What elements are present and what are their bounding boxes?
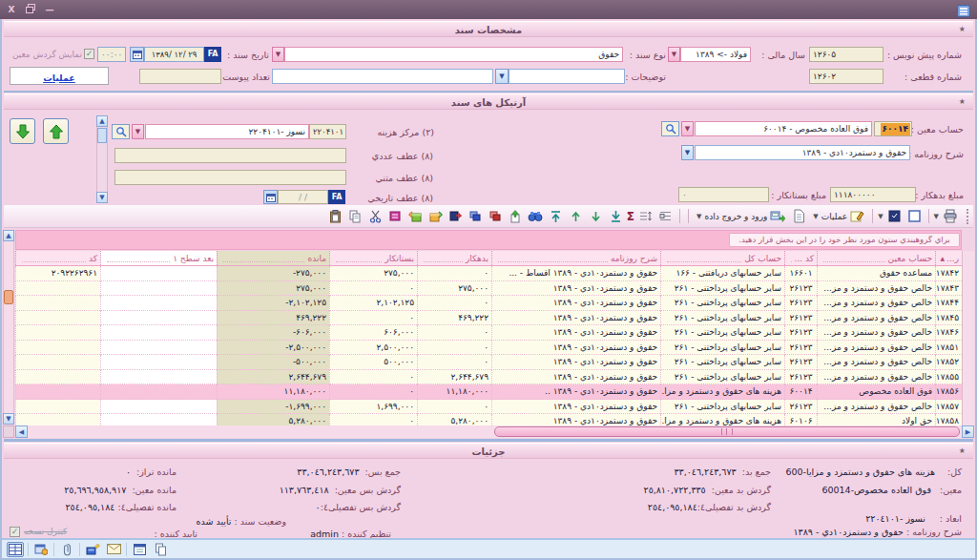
column-header[interactable]: بعد سطح ۱ xyxy=(100,251,217,265)
move-article-down-button[interactable] xyxy=(10,118,35,144)
scroll-left-icon[interactable]: ◀ xyxy=(15,425,28,438)
operations-menu-button[interactable]: عملیات ▼ xyxy=(810,207,867,225)
print-dropdown-icon[interactable]: ▼ xyxy=(934,213,939,220)
column-header[interactable]: کد xyxy=(15,251,100,265)
row-height-icon[interactable] xyxy=(636,207,655,225)
journal-desc-field[interactable]: حقوق و دستمزد۱۰دي - ۱۳۸۹ xyxy=(695,145,910,160)
calendar-icon[interactable] xyxy=(130,47,144,62)
column-header[interactable]: بدهکار xyxy=(417,251,491,265)
document-icon[interactable] xyxy=(790,207,808,225)
move-up-icon[interactable] xyxy=(567,207,585,225)
attachment-icon[interactable] xyxy=(58,542,75,557)
date-ref-field[interactable]: / / xyxy=(278,190,328,204)
scroll-thumb[interactable] xyxy=(4,290,13,304)
cost-center-search-icon[interactable] xyxy=(112,124,130,139)
account-name-field[interactable]: فوق العاده مخصوص - ۶۰۰۱۴ xyxy=(695,121,872,136)
minimize-icon[interactable]: — xyxy=(43,4,56,15)
table-row[interactable]: ۱۷۸۵۱خالص حقوق و دستمزد و مز...۲۶۱۲۳سایر… xyxy=(15,341,962,356)
table-row[interactable]: ۱۷۸۵۲خالص حقوق و دستمزد و مز...۲۶۱۲۳سایر… xyxy=(15,355,962,370)
column-header[interactable]: مانده xyxy=(217,251,329,265)
doc-date-field[interactable]: ۱۳۸۹/ ۱۲/ ۲۹ xyxy=(144,47,204,62)
collapse-pin-icon[interactable]: ★ xyxy=(959,93,966,110)
column-header[interactable]: بستانکار xyxy=(329,251,417,265)
copy-document-icon[interactable] xyxy=(152,542,169,557)
notes-extra-field[interactable] xyxy=(272,69,493,84)
operations-link[interactable]: عملیات xyxy=(43,73,75,83)
collapse-pin-icon[interactable]: ★ xyxy=(959,443,966,459)
text-ref-field[interactable] xyxy=(114,170,346,185)
restore-icon[interactable] xyxy=(24,4,37,15)
export-rows-icon[interactable] xyxy=(507,207,525,225)
scroll-thumb[interactable] xyxy=(494,426,960,437)
table-row-selected[interactable]: ۱۷۸۵۶فوق العاده مخصوص۶۰۰۱۴هزینه های حقوق… xyxy=(15,384,962,400)
send-icon[interactable] xyxy=(84,542,101,557)
table-row[interactable]: ۱۷۸۵۵خالص حقوق و دستمزد و مز...۲۶۱۲۳سایر… xyxy=(15,370,962,385)
notes-field[interactable] xyxy=(509,69,625,84)
paste-icon[interactable] xyxy=(326,207,344,225)
copy-rows-blue-icon[interactable] xyxy=(467,207,485,225)
sum-icon[interactable]: Σ xyxy=(627,211,634,222)
move-article-up-button[interactable] xyxy=(43,118,69,144)
table-row[interactable]: ۱۷۸۵۷خالص حقوق و دستمزد و مز...۲۶۱۲۳سایر… xyxy=(15,400,962,415)
cut-icon[interactable] xyxy=(366,207,385,225)
scroll-thumb[interactable] xyxy=(97,128,107,143)
print-icon[interactable] xyxy=(941,207,959,225)
table-row[interactable]: ۱۷۸۴۵خالص حقوق و دستمزد و مز...۲۶۱۲۳سایر… xyxy=(15,311,962,326)
cost-center-dropdown-icon[interactable]: ▼ xyxy=(132,124,144,139)
fiscal-year-field[interactable]: ۱۳۸۹ <- فولاد xyxy=(680,47,751,62)
move-top-icon[interactable] xyxy=(547,207,565,225)
grid-vertical-scrollbar[interactable] xyxy=(3,230,14,425)
scroll-down-icon[interactable]: ▼ xyxy=(96,192,108,203)
show-turnover-checkbox[interactable]: ✓ xyxy=(84,49,94,59)
import-package-icon[interactable] xyxy=(426,207,445,225)
account-code-field[interactable]: ۶۰۰۱۴ xyxy=(874,121,912,136)
move-down-icon[interactable] xyxy=(587,207,605,225)
table-row[interactable]: ۱۷۸۴۶خالص حقوق و دستمزد و مز...۲۶۱۲۳سایر… xyxy=(15,325,962,341)
account-dropdown-icon[interactable]: ▼ xyxy=(681,121,694,136)
move-bottom-icon[interactable] xyxy=(607,207,625,225)
calendar-icon[interactable] xyxy=(263,190,278,204)
numeric-ref-field[interactable] xyxy=(114,148,346,163)
toolbar-grip[interactable] xyxy=(964,209,968,224)
cost-center-code-field[interactable]: ۲۲۰۴۱۰۱ xyxy=(309,124,346,139)
preview-dropdown-icon[interactable]: ▼ xyxy=(878,213,883,220)
import-export-button[interactable]: ورود و خروج داده ▼ xyxy=(694,207,788,225)
scroll-up-icon[interactable]: ▲ xyxy=(3,230,14,241)
scroll-down-icon[interactable]: ▼ xyxy=(3,413,14,425)
table-row[interactable]: ۱۷۸۴۴خالص حقوق و دستمزد و مز...۲۶۱۲۳سایر… xyxy=(15,296,962,311)
calendar-icon[interactable] xyxy=(131,542,148,557)
export-package-icon[interactable] xyxy=(406,207,425,225)
doc-type-dropdown-icon[interactable]: ▼ xyxy=(272,47,284,62)
copy-icon[interactable] xyxy=(346,207,364,225)
column-header[interactable]: کد ... xyxy=(784,251,817,265)
details-view-button[interactable] xyxy=(7,542,24,557)
scroll-right-icon[interactable]: ▶ xyxy=(962,425,974,438)
credit-amount-field[interactable]: ۰ xyxy=(678,187,769,202)
doc-type-field[interactable]: حقوق xyxy=(284,47,623,62)
fiscal-year-dropdown-icon[interactable]: ▼ xyxy=(668,47,680,62)
column-header[interactable]: ر...▲ xyxy=(935,251,962,265)
attachments-field[interactable] xyxy=(139,69,221,84)
notes-dropdown-icon[interactable]: ▼ xyxy=(495,69,509,84)
table-row[interactable]: ۱۷۸۵۸حق اولاد۶۰۱۰۶هزینه های حقوق و دستمز… xyxy=(15,414,962,425)
search-binoculars-icon[interactable] xyxy=(527,207,545,225)
table-row[interactable]: ۱۷۸۴۳خالص حقوق و دستمزد و مز...۲۶۱۲۳سایر… xyxy=(15,281,962,297)
account-search-icon[interactable] xyxy=(661,121,679,136)
column-header[interactable]: حساب معین xyxy=(817,251,935,265)
cost-center-name-field[interactable]: ۲۲۰۴۱۰۱- نسوز xyxy=(145,124,309,139)
properties-icon[interactable] xyxy=(32,542,50,557)
mail-icon[interactable] xyxy=(105,542,122,557)
column-header[interactable]: حساب کل xyxy=(660,251,784,265)
layout-white-square-icon[interactable] xyxy=(905,207,924,225)
collapse-pin-icon[interactable]: ★ xyxy=(959,21,966,37)
column-header[interactable]: شرح روزنامه xyxy=(491,251,660,265)
paste-rows-icon[interactable] xyxy=(447,207,465,225)
debit-amount-field[interactable]: ۱۱۱۸۰۰۰۰۰ xyxy=(830,187,916,202)
special-paste-icon[interactable] xyxy=(386,207,405,225)
close-icon[interactable]: X xyxy=(5,4,18,15)
copy-rows-red-icon[interactable] xyxy=(487,207,505,225)
journal-dropdown-icon[interactable]: ▼ xyxy=(681,145,694,160)
table-row[interactable]: ۱۷۸۴۲مساعده حقوق۱۶۶۰۱سایر حسابهای دریافت… xyxy=(15,266,962,281)
row-grouping-icon[interactable] xyxy=(656,207,675,225)
scroll-up-icon[interactable]: ▲ xyxy=(96,115,108,127)
